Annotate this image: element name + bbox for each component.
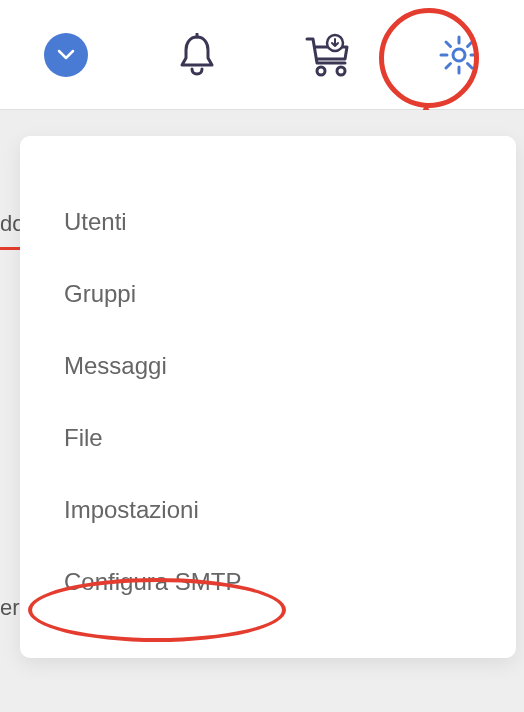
cart-download-icon bbox=[305, 33, 351, 77]
svg-point-1 bbox=[317, 67, 325, 75]
partial-tab-fragment: do bbox=[0, 200, 20, 250]
menu-item-groups[interactable]: Gruppi bbox=[20, 258, 516, 330]
chevron-down-icon bbox=[44, 33, 88, 77]
menu-item-users[interactable]: Utenti bbox=[20, 186, 516, 258]
svg-point-2 bbox=[337, 67, 345, 75]
menu-item-settings[interactable]: Impostazioni bbox=[20, 474, 516, 546]
menu-item-messages[interactable]: Messaggi bbox=[20, 330, 516, 402]
partial-side-text: er bbox=[0, 595, 20, 621]
dropdown-toggle[interactable] bbox=[38, 27, 94, 83]
menu-item-files[interactable]: File bbox=[20, 402, 516, 474]
downloads-cart-button[interactable] bbox=[300, 27, 356, 83]
settings-dropdown-menu: Utenti Gruppi Messaggi File Impostazioni… bbox=[20, 136, 516, 658]
top-toolbar bbox=[0, 0, 524, 110]
svg-point-4 bbox=[453, 49, 465, 61]
menu-item-configure-smtp[interactable]: Configura SMTP bbox=[20, 546, 516, 618]
gear-icon bbox=[438, 34, 480, 76]
notifications-button[interactable] bbox=[169, 27, 225, 83]
bell-icon bbox=[177, 33, 217, 77]
settings-gear-button[interactable] bbox=[431, 27, 487, 83]
